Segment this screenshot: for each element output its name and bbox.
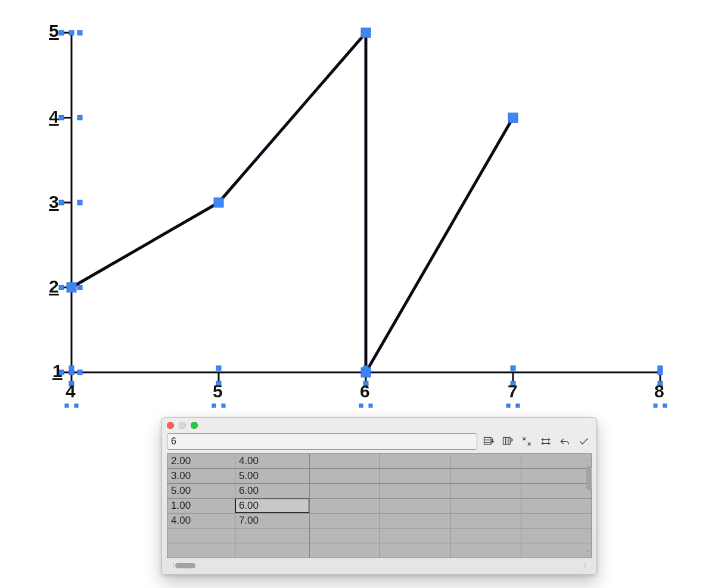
table-cell[interactable] <box>380 528 450 543</box>
svg-rect-17 <box>69 30 74 35</box>
table-cell[interactable] <box>450 528 521 543</box>
table-cell[interactable]: 1.00 <box>167 499 235 514</box>
insert-column-icon[interactable] <box>500 435 515 448</box>
table-cell[interactable]: 5.00 <box>167 484 235 499</box>
horizontal-scrollbar[interactable]: 〈 〉 <box>162 559 596 574</box>
table-cell[interactable] <box>521 543 591 558</box>
svg-rect-26 <box>77 200 82 205</box>
table-cell[interactable] <box>235 528 309 543</box>
svg-rect-29 <box>59 30 64 35</box>
table-cell[interactable]: 3.00 <box>167 469 235 484</box>
scroll-up-icon[interactable]: ︿ <box>585 455 592 465</box>
y-tick-label[interactable]: 3 <box>49 192 59 212</box>
window-titlebar[interactable] <box>162 418 596 433</box>
resize-columns-icon[interactable] <box>538 435 554 448</box>
vertical-scrollbar[interactable]: ︿ ﹀ <box>584 453 593 558</box>
selection-handles[interactable] <box>67 28 518 377</box>
svg-rect-37 <box>511 366 515 371</box>
y-tick-label[interactable]: 4 <box>49 107 59 127</box>
table-cell[interactable] <box>309 543 380 558</box>
svg-rect-27 <box>59 116 64 120</box>
x-tick-label[interactable]: 4 <box>66 381 76 402</box>
x-tick-label[interactable]: 5 <box>213 381 223 402</box>
table-cell[interactable] <box>380 484 450 499</box>
table-cell[interactable] <box>521 484 591 499</box>
table-cell[interactable] <box>380 469 450 484</box>
formula-input[interactable] <box>167 433 477 450</box>
swap-xy-icon[interactable] <box>519 435 534 448</box>
table-cell[interactable]: 6.00 <box>235 499 309 514</box>
table-cell[interactable] <box>521 454 591 469</box>
table-cell[interactable] <box>380 543 450 558</box>
scroll-thumb[interactable] <box>175 563 195 568</box>
table-row[interactable]: 2.004.00 <box>167 454 592 469</box>
table-cell[interactable]: 4.00 <box>167 514 235 528</box>
line-series[interactable] <box>72 33 513 372</box>
y-tick-label[interactable]: 5 <box>49 21 59 41</box>
data-grid[interactable]: 2.004.003.005.005.006.001.006.004.007.00 <box>167 453 592 558</box>
table-row[interactable]: 1.006.00 <box>167 499 592 514</box>
table-cell[interactable] <box>521 514 591 528</box>
table-cell[interactable] <box>309 528 380 543</box>
table-cell[interactable] <box>450 454 521 469</box>
window-close-button[interactable] <box>167 422 174 429</box>
table-cell[interactable] <box>521 528 591 543</box>
data-editor-window[interactable]: 2.004.003.005.005.006.001.006.004.007.00… <box>161 417 597 575</box>
table-cell[interactable] <box>450 543 521 558</box>
table-cell[interactable] <box>450 514 521 528</box>
svg-rect-42 <box>74 404 78 407</box>
table-cell[interactable]: 5.00 <box>235 469 309 484</box>
table-cell[interactable] <box>380 454 450 469</box>
undo-icon[interactable] <box>557 435 573 448</box>
table-cell[interactable] <box>521 469 591 484</box>
x-tick-label[interactable]: 8 <box>654 381 664 402</box>
svg-rect-43 <box>212 404 216 407</box>
axis-handles[interactable] <box>59 30 667 407</box>
table-row[interactable]: 4.007.00 <box>167 514 592 528</box>
svg-rect-51 <box>484 437 492 444</box>
table-cell[interactable] <box>450 484 521 499</box>
svg-rect-24 <box>77 285 82 290</box>
y-tick-label[interactable]: 1 <box>52 361 63 381</box>
confirm-icon[interactable] <box>576 435 592 448</box>
svg-rect-31 <box>69 366 74 371</box>
svg-rect-44 <box>222 404 225 407</box>
table-row[interactable]: 3.005.00 <box>167 469 592 484</box>
insert-row-icon[interactable] <box>481 435 496 448</box>
table-cell[interactable]: 4.00 <box>235 454 309 469</box>
scroll-down-icon[interactable]: ﹀ <box>585 547 592 557</box>
scroll-left-icon[interactable]: 〈 <box>168 561 175 571</box>
x-tick-label[interactable]: 6 <box>360 381 370 402</box>
table-cell[interactable] <box>309 514 380 528</box>
table-cell[interactable] <box>309 469 380 484</box>
table-cell[interactable] <box>235 543 309 558</box>
table-row[interactable]: 5.006.00 <box>167 484 592 499</box>
table-cell[interactable]: 6.00 <box>235 484 309 499</box>
table-cell[interactable] <box>521 499 591 514</box>
table-cell[interactable]: 7.00 <box>235 514 309 528</box>
table-cell[interactable] <box>380 499 450 514</box>
table-cell[interactable] <box>309 454 380 469</box>
window-zoom-button[interactable] <box>191 422 198 429</box>
table-cell[interactable] <box>380 514 450 528</box>
scroll-thumb[interactable] <box>586 466 592 490</box>
table-cell[interactable] <box>167 543 235 558</box>
svg-rect-33 <box>216 366 221 371</box>
table-cell[interactable] <box>450 469 521 484</box>
svg-rect-39 <box>658 366 663 371</box>
x-tick-label[interactable]: 7 <box>508 381 518 402</box>
table-cell[interactable]: 2.00 <box>167 454 235 469</box>
table-cell[interactable] <box>309 499 380 514</box>
window-minimize-button[interactable] <box>179 422 186 429</box>
y-tick-label[interactable]: 2 <box>49 276 59 297</box>
svg-rect-12 <box>67 283 76 293</box>
scroll-right-icon[interactable]: 〉 <box>583 561 590 571</box>
table-row[interactable] <box>167 543 592 558</box>
table-row[interactable] <box>167 528 592 543</box>
table-cell[interactable] <box>167 528 235 543</box>
table-cell[interactable] <box>450 499 521 514</box>
chart-canvas[interactable]: 5 4 3 2 1 4 5 6 7 8 <box>0 0 715 429</box>
svg-rect-46 <box>369 404 372 407</box>
svg-rect-52 <box>503 437 511 444</box>
table-cell[interactable] <box>309 484 380 499</box>
